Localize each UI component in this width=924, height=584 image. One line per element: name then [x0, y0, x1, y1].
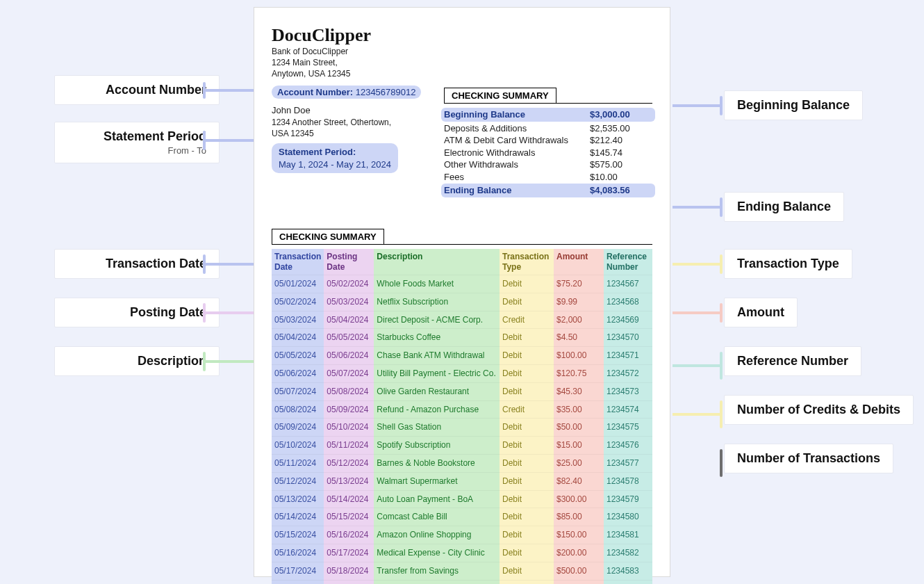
cell-amount: $15.00: [554, 437, 604, 455]
cell-transaction-type: Debit: [500, 454, 554, 472]
cell-transaction-date: 05/03/2024: [272, 311, 324, 329]
summary-row-label: Deposits & Additions: [444, 122, 590, 135]
anno-amount: Amount: [724, 298, 798, 327]
anno-label: Beginning Balance: [737, 98, 850, 112]
cell-posting-date: 05/05/2024: [324, 329, 374, 347]
connector-cap: [720, 400, 723, 428]
anno-transaction-type: Transaction Type: [724, 249, 852, 279]
summary-row-value: $145.74: [590, 147, 652, 159]
anno-transaction-date: Transaction Date: [54, 249, 220, 279]
table-row: 05/15/202405/16/2024Amazon Online Shoppi…: [272, 526, 652, 544]
cell-transaction-date: 05/07/2024: [272, 382, 324, 400]
summary-row-value: $212.40: [590, 134, 652, 147]
table-row: 05/10/202405/11/2024Spotify Subscription…: [272, 437, 652, 455]
cell-description: Transfer from Savings: [374, 562, 500, 580]
cell-amount: $100.00: [554, 347, 604, 365]
summary-row-label: Ending Balance: [444, 184, 590, 197]
cell-transaction-date: 05/09/2024: [272, 419, 324, 437]
cell-amount: $50.00: [554, 419, 604, 437]
cell-description: Walmart Supermarket: [374, 472, 500, 490]
table-header-row: Transaction Date Posting Date Descriptio…: [272, 249, 652, 275]
connector-cap: [720, 303, 723, 323]
checking-summary-block: CHECKING SUMMARY Beginning Balance$3,000…: [444, 88, 652, 198]
anno-label: Posting Date: [130, 305, 206, 319]
cell-description: Refund - Amazon Purchase: [374, 400, 500, 419]
statement-page: DocuClipper Bank of DocuClipper 1234 Mai…: [254, 7, 670, 577]
cell-transaction-type: Debit: [500, 329, 554, 347]
summary-row-label: Electronic Withdrawals: [444, 147, 590, 159]
anno-label: Reference Number: [737, 354, 848, 368]
col-reference-number: Reference Number: [604, 249, 652, 275]
cell-amount: $35.00: [554, 400, 604, 419]
anno-account-number: Account Number: [54, 75, 220, 105]
cell-description: Chase Bank ATM Withdrawal: [374, 347, 500, 365]
cell-transaction-date: 05/10/2024: [272, 437, 324, 455]
col-amount: Amount: [554, 249, 604, 275]
bank-address-line2: Anytown, USA 12345: [272, 68, 652, 79]
cell-transaction-type: Debit: [500, 562, 554, 580]
account-number-highlight: Account Number: 123456789012: [272, 86, 421, 99]
cell-reference-number: 1234573: [604, 382, 652, 400]
anno-description: Description: [54, 346, 220, 376]
summary-row-label: Other Withdrawals: [444, 159, 590, 171]
cell-reference-number: 1234576: [604, 437, 652, 455]
transactions-section-title: CHECKING SUMMARY: [272, 229, 384, 245]
cell-amount: $300.00: [554, 490, 604, 508]
cell-transaction-date: 05/18/2024: [272, 580, 324, 584]
cell-amount: $25.00: [554, 454, 604, 472]
anno-label: Ending Balance: [737, 200, 831, 213]
cell-transaction-type: Debit: [500, 419, 554, 437]
connector-cap: [720, 352, 723, 380]
transactions-table: Transaction Date Posting Date Descriptio…: [272, 249, 652, 584]
col-transaction-type: Transaction Type: [500, 249, 554, 275]
cell-posting-date: 05/16/2024: [324, 526, 374, 544]
table-row: 05/08/202405/09/2024Refund - Amazon Purc…: [272, 400, 652, 419]
anno-posting-date: Posting Date: [54, 298, 220, 327]
anno-label: Statement Period: [104, 129, 206, 143]
connector: [673, 364, 720, 367]
cell-posting-date: 05/02/2024: [324, 275, 374, 293]
summary-row: Ending Balance$4,083.56: [441, 184, 655, 197]
summary-row-label: Beginning Balance: [444, 108, 590, 121]
cell-amount: $30.00: [554, 580, 604, 584]
anno-sub: From - To: [67, 145, 206, 156]
anno-reference-number: Reference Number: [724, 346, 861, 376]
connector-cap: [720, 449, 723, 477]
cell-posting-date: 05/18/2024: [324, 562, 374, 580]
cell-transaction-date: 05/04/2024: [272, 329, 324, 347]
anno-ending-balance: Ending Balance: [724, 192, 844, 222]
statement-period-range: May 1, 2024 - May 21, 2024: [279, 159, 391, 170]
connector: [673, 263, 720, 266]
cell-description: Netflix Subscription: [374, 293, 500, 311]
summary-row: Deposits & Additions$2,535.00: [444, 122, 652, 135]
cell-reference-number: 1234577: [604, 454, 652, 472]
cell-transaction-type: Debit: [500, 544, 554, 562]
cell-posting-date: 05/17/2024: [324, 544, 374, 562]
cell-posting-date: 05/06/2024: [324, 347, 374, 365]
cell-posting-date: 05/15/2024: [324, 508, 374, 526]
cell-transaction-date: 05/14/2024: [272, 508, 324, 526]
cell-transaction-type: Debit: [500, 437, 554, 455]
connector: [206, 360, 258, 363]
cell-posting-date: 05/12/2024: [324, 454, 374, 472]
cell-description: Direct Deposit - ACME Corp.: [374, 311, 500, 329]
cell-description: Starbucks Coffee: [374, 329, 500, 347]
anno-beginning-balance: Beginning Balance: [724, 90, 863, 120]
account-number-label: Account Number:: [277, 87, 353, 97]
cell-transaction-type: Debit: [500, 364, 554, 382]
col-posting-date: Posting Date: [324, 249, 374, 275]
cell-transaction-type: Debit: [500, 275, 554, 293]
cell-transaction-date: 05/01/2024: [272, 275, 324, 293]
cell-amount: $120.75: [554, 364, 604, 382]
summary-row: Electronic Withdrawals$145.74: [444, 147, 652, 159]
col-transaction-date: Transaction Date: [272, 249, 324, 275]
cell-description: Barnes & Noble Bookstore: [374, 454, 500, 472]
table-row: 05/06/202405/07/2024Utility Bill Payment…: [272, 364, 652, 382]
cell-amount: $500.00: [554, 562, 604, 580]
cell-description: Whole Foods Market: [374, 275, 500, 293]
checking-summary-title: CHECKING SUMMARY: [444, 88, 556, 104]
cell-transaction-type: Debit: [500, 382, 554, 400]
stage: Account Number Statement Period From - T…: [0, 0, 924, 584]
cell-reference-number: 1234567: [604, 275, 652, 293]
cell-amount: $82.40: [554, 472, 604, 490]
